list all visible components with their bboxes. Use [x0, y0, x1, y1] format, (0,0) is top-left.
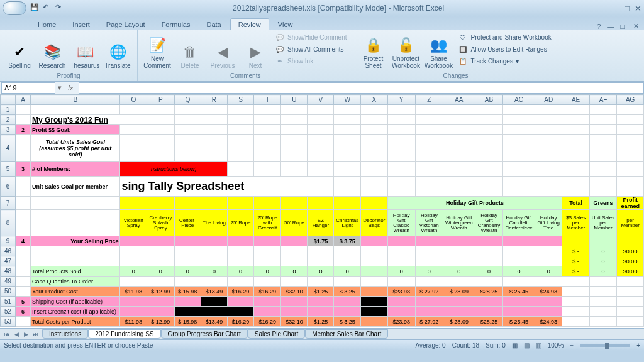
ribbon-close-icon[interactable]: ✕ — [628, 22, 644, 30]
spelling-icon: ✔ — [9, 42, 30, 62]
showhide-comment-button[interactable]: 💬Show/Hide Comment — [272, 31, 349, 43]
translate-button[interactable]: 🌐Translate — [102, 31, 133, 70]
ribbon-minimize-icon[interactable]: — — [604, 23, 616, 30]
protect-sheet-button[interactable]: 🔒Protect Sheet — [357, 31, 389, 70]
sheet-tab-sales-pie[interactable]: Sales Pie Chart — [248, 329, 305, 339]
zoom-level[interactable]: 100% — [548, 342, 564, 349]
status-count: Count: 18 — [452, 342, 479, 349]
zoom-out-button[interactable]: − — [570, 342, 574, 349]
view-normal-icon[interactable]: ▦ — [512, 342, 518, 349]
new-comment-button[interactable]: 📝New Comment — [142, 31, 173, 70]
formula-input[interactable] — [79, 82, 644, 94]
help-icon[interactable]: ? — [594, 23, 603, 30]
sheet-tab-fundraising[interactable]: 2012 Fundraising SS — [88, 329, 160, 339]
tab-view[interactable]: View — [270, 19, 301, 30]
comment-icon: 💬 — [275, 32, 285, 42]
research-button[interactable]: 📚Research — [36, 31, 68, 70]
protect-sheet-icon: 🔒 — [363, 35, 383, 55]
zoom-in-button[interactable]: + — [636, 342, 640, 349]
status-sum: Sum: 0 — [486, 342, 506, 349]
delete-icon: 🗑 — [180, 42, 200, 62]
tab-review[interactable]: Review — [230, 18, 269, 30]
track-changes-button[interactable]: 📋Track Changes ▾ — [455, 55, 553, 67]
next-comment-button[interactable]: ▶Next — [240, 31, 271, 70]
window-title: 2012tallyspreadsheet.xls [Compatibility … — [65, 4, 611, 13]
previous-icon: ◀ — [213, 42, 233, 62]
unprotect-workbook-button[interactable]: 🔓Unprotect Workbook — [390, 31, 421, 70]
unprotect-icon: 🔓 — [396, 35, 416, 55]
view-pagebreak-icon[interactable]: ▥ — [536, 342, 541, 349]
maximize-button[interactable]: □ — [625, 4, 630, 13]
first-sheet-button[interactable]: ⏮ — [3, 331, 11, 337]
show-all-comments-button[interactable]: 💬Show All Comments — [272, 43, 349, 55]
sheet-tab-bar: ⏮ ◀ ▶ ⏭ Instructions 2012 Fundraising SS… — [0, 328, 644, 339]
group-label-changes: Changes — [357, 72, 553, 80]
comments-icon: 💬 — [275, 44, 285, 54]
share-workbook-button[interactable]: 👥Share Workbook — [423, 31, 454, 70]
fx-icon[interactable]: fx — [63, 84, 79, 92]
thesaurus-icon: 📖 — [75, 42, 95, 62]
spelling-button[interactable]: ✔Spelling — [4, 31, 35, 70]
sheet-tab-instructions[interactable]: Instructions — [42, 329, 88, 339]
tab-formulas[interactable]: Formulas — [154, 19, 198, 30]
next-icon: ▶ — [245, 42, 265, 62]
last-sheet-button[interactable]: ⏭ — [31, 331, 40, 337]
ink-icon: ✒ — [275, 56, 285, 66]
show-ink-button[interactable]: ✒Show Ink — [272, 55, 349, 67]
ribbon: ✔Spelling 📚Research 📖Thesaurus 🌐Translat… — [0, 30, 644, 82]
minimize-button[interactable]: — — [611, 4, 619, 13]
ranges-icon: 🔲 — [458, 44, 468, 54]
ribbon-restore-icon[interactable]: □ — [618, 23, 627, 30]
thesaurus-button[interactable]: 📖Thesaurus — [69, 31, 101, 70]
formula-bar: A19 ▾ fx — [0, 82, 644, 94]
allow-edit-ranges-button[interactable]: 🔲Allow Users to Edit Ranges — [455, 43, 553, 55]
status-average: Average: 0 — [415, 342, 445, 349]
translate-icon: 🌐 — [108, 42, 128, 62]
name-box[interactable]: A19 — [1, 82, 55, 94]
zoom-slider[interactable] — [580, 344, 630, 347]
previous-comment-button[interactable]: ◀Previous — [207, 31, 238, 70]
shield-icon: 🛡 — [458, 32, 468, 42]
sheet-tab-member-sales[interactable]: Member Sales Bar Chart — [305, 329, 388, 339]
status-bar: Select destination and press ENTER or ch… — [0, 339, 644, 351]
tab-page-layout[interactable]: Page Layout — [99, 19, 153, 30]
share-icon: 👥 — [428, 35, 448, 55]
next-sheet-button[interactable]: ▶ — [21, 331, 30, 337]
undo-icon[interactable]: ↶ — [43, 3, 53, 13]
redo-icon[interactable]: ↷ — [55, 3, 65, 13]
namebox-dropdown-icon[interactable]: ▾ — [57, 84, 63, 92]
group-label-comments: Comments — [142, 72, 349, 80]
tab-data[interactable]: Data — [199, 19, 228, 30]
ribbon-tabs: Home Insert Page Layout Formulas Data Re… — [0, 16, 644, 30]
close-button[interactable]: ✕ — [635, 4, 641, 13]
status-message: Select destination and press ENTER or ch… — [4, 342, 153, 349]
office-button[interactable] — [3, 1, 26, 15]
research-icon: 📚 — [42, 42, 62, 62]
protect-share-button[interactable]: 🛡Protect and Share Workbook — [455, 31, 553, 43]
track-icon: 📋 — [458, 56, 468, 66]
prev-sheet-button[interactable]: ◀ — [12, 331, 21, 337]
delete-comment-button[interactable]: 🗑Delete — [174, 31, 206, 70]
view-layout-icon[interactable]: ▤ — [524, 342, 530, 349]
spreadsheet-grid[interactable]: ABOPQRSTUVWXYZAAABACADAEAFAG12My Group's… — [0, 94, 644, 328]
group-label-proofing: Proofing — [4, 72, 133, 80]
new-comment-icon: 📝 — [147, 35, 167, 55]
sheet-tab-group-progress[interactable]: Group Progress Bar Chart — [161, 329, 248, 339]
tab-insert[interactable]: Insert — [65, 19, 97, 30]
save-icon[interactable]: 💾 — [30, 3, 40, 13]
tab-home[interactable]: Home — [30, 19, 64, 30]
